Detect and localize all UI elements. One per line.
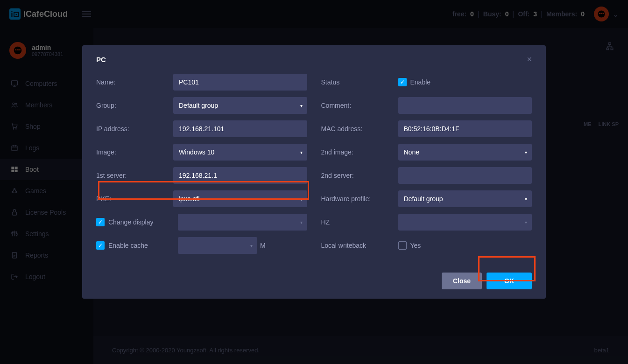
image-select[interactable]: Windows 10 [173, 144, 307, 161]
server1-label: 1st server: [96, 172, 169, 179]
display-select[interactable] [178, 214, 307, 231]
pc-modal: PC × Name: Status ✓ Enable Group: Defaul… [82, 45, 546, 299]
image2-label: 2nd image: [321, 148, 394, 156]
cache-checkbox[interactable]: ✓ [96, 241, 105, 250]
pxe-label: PXE: [96, 195, 169, 203]
cache-input[interactable] [178, 237, 257, 254]
hz-select[interactable] [398, 214, 532, 231]
writeback-label: Local writeback [321, 242, 394, 249]
pxe-select[interactable]: ipxe.efi [173, 190, 307, 207]
mac-input[interactable] [398, 120, 532, 137]
server2-input[interactable] [398, 167, 532, 184]
modal-footer: Close OK [82, 263, 546, 299]
mac-label: MAC address: [321, 125, 394, 133]
image-label: Image: [96, 148, 169, 156]
ip-label: IP address: [96, 125, 169, 133]
ip-input[interactable] [173, 120, 307, 137]
hw-select[interactable]: Default group [398, 190, 532, 207]
modal-title: PC [96, 56, 106, 63]
server1-input[interactable] [173, 167, 307, 184]
modal-header: PC × [82, 45, 546, 74]
display-checkbox[interactable]: ✓ [96, 218, 105, 226]
enable-checkbox[interactable]: ✓ [398, 78, 407, 86]
server2-label: 2nd server: [321, 172, 394, 179]
yes-label: Yes [410, 242, 421, 249]
image2-select[interactable]: None [398, 144, 532, 161]
cache-label: Enable cache [108, 242, 148, 249]
group-select[interactable]: Default group [173, 97, 307, 114]
name-input[interactable] [173, 74, 307, 91]
cache-unit: M [260, 242, 266, 249]
group-label: Group: [96, 102, 169, 109]
display-label: Change display [108, 218, 154, 226]
hz-label: HZ [321, 218, 394, 226]
ok-button[interactable]: OK [487, 273, 532, 289]
enable-label: Enable [410, 78, 431, 86]
status-label: Status [321, 78, 394, 86]
close-icon[interactable]: × [527, 55, 532, 64]
hw-label: Hardware profile: [321, 195, 394, 203]
comment-input[interactable] [398, 97, 532, 114]
close-button[interactable]: Close [442, 273, 482, 289]
yes-checkbox[interactable] [398, 241, 407, 250]
modal-body: Name: Status ✓ Enable Group: Default gro… [82, 74, 546, 263]
name-label: Name: [96, 78, 169, 86]
comment-label: Comment: [321, 102, 394, 109]
